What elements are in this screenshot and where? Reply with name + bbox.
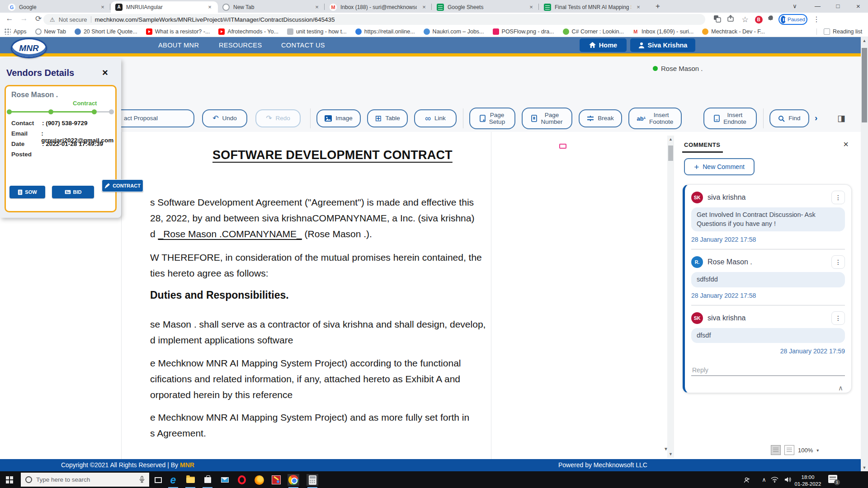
- back-icon[interactable]: ←: [4, 14, 15, 23]
- side-panel-toggle-icon[interactable]: ◨: [837, 113, 845, 123]
- tab-close-icon[interactable]: ×: [528, 4, 535, 10]
- table-button[interactable]: ⊞Table: [367, 109, 408, 127]
- image-button[interactable]: Image: [316, 109, 361, 127]
- taskbar-clock[interactable]: 18:00 01-28-2022: [792, 474, 824, 488]
- print-layout-icon[interactable]: [784, 445, 794, 455]
- comment-menu-button[interactable]: ⋮: [831, 191, 845, 204]
- task-view-icon[interactable]: [152, 474, 164, 486]
- people-icon[interactable]: [744, 477, 757, 483]
- microsoft-store-icon[interactable]: [202, 474, 213, 486]
- comment-menu-button[interactable]: ⋮: [831, 255, 845, 269]
- firefox-icon[interactable]: [253, 474, 265, 486]
- tray-chevron-up-icon[interactable]: ∧: [757, 476, 771, 483]
- tab-gmail-inbox[interactable]: Inbox (188) - suri@mechknowso ×: [325, 1, 432, 13]
- bookmark-star-icon[interactable]: ☆: [740, 15, 750, 24]
- microphone-icon[interactable]: [139, 476, 145, 483]
- break-button[interactable]: Break: [579, 109, 622, 127]
- tab-new-tab[interactable]: New Tab ×: [218, 1, 325, 13]
- bookmark-item[interactable]: Inbox (1,609) - suri...: [632, 28, 693, 35]
- undo-button[interactable]: ↶Undo: [202, 109, 247, 127]
- forward-icon[interactable]: →: [18, 14, 30, 23]
- footer-brand[interactable]: MNR: [180, 461, 194, 469]
- scroll-up-icon[interactable]: ▲: [667, 137, 674, 141]
- reload-icon[interactable]: ⟳: [33, 14, 44, 23]
- tab-mnruiangular[interactable]: MNRUIAngular ×: [111, 1, 218, 13]
- reply-input[interactable]: [691, 365, 845, 376]
- vendors-panel-close-icon[interactable]: ×: [102, 67, 108, 79]
- notification-center-icon[interactable]: 1: [828, 475, 837, 483]
- extensions-puzzle-icon[interactable]: [767, 15, 778, 22]
- mail-icon[interactable]: [219, 474, 231, 486]
- tab-close-icon[interactable]: ×: [635, 4, 642, 10]
- new-comment-button[interactable]: + New Comment: [684, 158, 755, 175]
- file-explorer-icon[interactable]: [184, 474, 196, 486]
- tab-google-sheets[interactable]: Google Sheets ×: [432, 1, 539, 13]
- window-minimize-button[interactable]: —: [807, 0, 828, 13]
- collapse-chevron-icon[interactable]: ∧: [691, 384, 845, 392]
- comment-menu-button[interactable]: ⋮: [831, 311, 845, 325]
- insert-footnote-button[interactable]: ab¹Insert Footnote: [628, 108, 682, 129]
- scroll-up-icon[interactable]: ▲: [861, 38, 868, 43]
- scrollbar-thumb[interactable]: [668, 145, 673, 161]
- scroll-down-icon[interactable]: ▼: [667, 452, 674, 456]
- page-setup-button[interactable]: Page Setup: [469, 108, 515, 129]
- taskbar-search-input[interactable]: [36, 476, 135, 483]
- bookmark-item[interactable]: https://retail.online...: [355, 28, 415, 35]
- comment-anchor-marker[interactable]: [559, 144, 566, 149]
- chrome-icon[interactable]: [288, 474, 299, 486]
- adblock-extension-icon[interactable]: B: [753, 15, 764, 23]
- browser-scrollbar[interactable]: ▲ ▼: [861, 37, 868, 471]
- bookmark-item[interactable]: New Tab: [35, 28, 66, 35]
- bookmark-item[interactable]: 20 Short Life Quote...: [75, 28, 137, 35]
- bookmark-item[interactable]: Naukri.com – Jobs...: [424, 28, 484, 35]
- toolbar-overflow-chevron-icon[interactable]: ›: [815, 113, 817, 123]
- url-bar[interactable]: ⚠ Not secure mechknow.com/SampleWorks/MN…: [43, 14, 705, 25]
- taskbar-search-box[interactable]: [21, 473, 149, 487]
- opera-icon[interactable]: [236, 474, 248, 486]
- chrome-menu-icon[interactable]: ⋮: [811, 15, 822, 23]
- contract-button[interactable]: CONTRACT: [102, 179, 143, 192]
- scrollbar-thumb[interactable]: [862, 48, 867, 122]
- tab-close-icon[interactable]: ×: [313, 4, 321, 10]
- tab-close-icon[interactable]: ×: [206, 4, 213, 10]
- redo-button[interactable]: ↷Redo: [255, 109, 301, 127]
- user-profile-button[interactable]: Siva Krishna: [630, 38, 695, 52]
- tab-google[interactable]: Google ×: [4, 1, 111, 13]
- window-maximize-button[interactable]: □: [828, 0, 848, 13]
- bookmark-item[interactable]: What is a resistor? -...: [146, 28, 210, 35]
- edge-icon[interactable]: e: [167, 474, 179, 486]
- profile-sync-paused-button[interactable]: Paused: [778, 14, 807, 25]
- url-text[interactable]: mechknow.com/SampleWorks/MNRLiveProject/…: [95, 16, 335, 23]
- share-icon[interactable]: [727, 15, 738, 22]
- translate-icon[interactable]: [713, 15, 724, 23]
- scroll-down-icon[interactable]: ▼: [664, 446, 668, 451]
- window-close-button[interactable]: ×: [848, 0, 868, 13]
- comments-close-icon[interactable]: ×: [843, 139, 849, 150]
- tab-close-icon[interactable]: ×: [99, 4, 106, 10]
- page-number-button[interactable]: Page Number: [522, 108, 572, 129]
- zoom-dropdown-icon[interactable]: ▾: [816, 448, 819, 453]
- reading-list-button[interactable]: Reading list: [824, 28, 862, 35]
- insert-endnote-button[interactable]: Insert Endnote: [703, 108, 757, 129]
- tab-final-tests-sheet[interactable]: Final Tests of MNR AI Mapping S ×: [539, 1, 646, 13]
- nav-contact-us[interactable]: CONTACT US: [281, 37, 325, 53]
- bookmark-item[interactable]: POSFlow.png - dra...: [493, 28, 554, 35]
- find-button[interactable]: Find: [769, 109, 809, 127]
- tab-search-caret-icon[interactable]: ∨: [787, 0, 803, 13]
- tab-close-icon[interactable]: ×: [420, 4, 428, 10]
- zoom-level[interactable]: 100%: [798, 447, 813, 454]
- photo-editor-icon[interactable]: [270, 474, 282, 486]
- home-button[interactable]: Home: [580, 38, 627, 52]
- mnr-logo[interactable]: MNR: [11, 38, 47, 58]
- bookmark-item[interactable]: C# Corner : Lookin...: [563, 28, 624, 35]
- web-layout-icon[interactable]: [771, 445, 781, 455]
- new-tab-button[interactable]: +: [651, 0, 665, 13]
- document-scrollbar[interactable]: ▲ ▼: [667, 136, 674, 458]
- bookmark-item[interactable]: Mechtrack - Dev - F...: [702, 28, 765, 35]
- sow-button[interactable]: SOW: [9, 186, 45, 198]
- nav-resources[interactable]: RESOURCES: [219, 37, 262, 53]
- wifi-icon[interactable]: [771, 477, 784, 483]
- scroll-down-icon[interactable]: ▼: [861, 465, 868, 470]
- link-button[interactable]: ∞Link: [414, 109, 457, 127]
- not-secure-warning-icon[interactable]: ⚠: [50, 16, 55, 23]
